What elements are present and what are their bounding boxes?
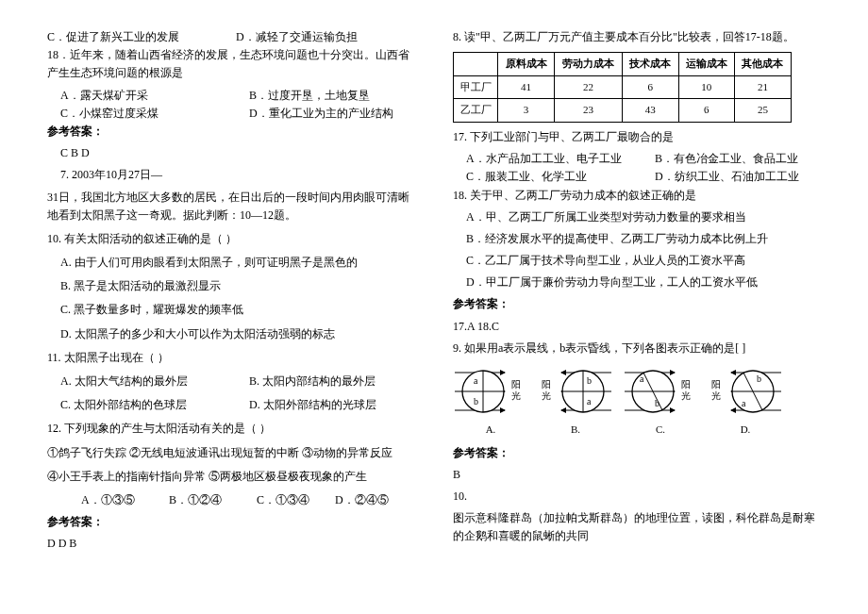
q18-d: D．重化工业为主的产业结构 <box>249 105 393 123</box>
th-tech: 技术成本 <box>622 53 678 76</box>
q9: 9. 如果用a表示晨线，b表示昏线，下列各图表示正确的是[ ] <box>453 340 821 357</box>
q18r-c: C．乙工厂属于技术导向型工业，从业人员的工资水平高 <box>453 252 821 270</box>
cell: 甲工厂 <box>454 75 498 99</box>
th-labor: 劳动力成本 <box>554 53 622 76</box>
circle-diagram-icon: b a 阳 光 <box>708 363 783 422</box>
circle-diagram-icon: b a 阳 光 <box>538 363 613 422</box>
q10-a: A. 由于人们可用肉眼看到太阳黑子，则可证明黑子是黑色的 <box>47 254 415 272</box>
table-row: 甲工厂 41 22 6 10 21 <box>454 75 792 99</box>
q17: 17. 下列工业部门与甲、乙两工厂最吻合的是 <box>453 128 821 146</box>
q12-choices: A．①③⑤ B．①②④ C．①③④ D．②④⑤ <box>47 491 415 509</box>
circle-diagram-icon: a b 阳 光 <box>623 363 698 422</box>
svg-text:a: a <box>640 373 644 384</box>
cell: 乙工厂 <box>454 99 498 123</box>
q18-b: B．过度开垦，土地复垦 <box>249 87 370 105</box>
svg-text:b: b <box>655 398 659 408</box>
svg-text:阳: 阳 <box>511 379 521 390</box>
cell: 25 <box>735 99 792 123</box>
svg-text:a: a <box>587 396 592 407</box>
diag-label-d: D. <box>708 422 783 439</box>
q17-d: D．纺织工业、石油加工工业 <box>655 168 799 186</box>
svg-text:a: a <box>474 375 478 386</box>
cell: 23 <box>554 99 622 123</box>
q11-d: D. 太阳外部结构的光球层 <box>249 396 376 414</box>
q17-c: C．服装工业、化学工业 <box>466 168 655 186</box>
q18-c: C．小煤窑过度采煤 <box>60 105 249 123</box>
ans-9: B <box>453 466 821 484</box>
cell: 6 <box>622 75 678 99</box>
svg-text:b: b <box>757 373 761 384</box>
answer-cbd: C B D <box>47 144 415 162</box>
answer-label-r2: 参考答案： <box>453 444 821 462</box>
q18-row2: C．小煤窑过度采煤 D．重化工业为主的产业结构 <box>47 105 415 123</box>
diagram-row: a b 阳 光 A. b a 阳 光 B. <box>453 363 821 439</box>
q10r: 10. <box>453 488 821 506</box>
cell: 21 <box>735 75 792 99</box>
th-blank <box>454 53 498 76</box>
q17-row1: A．水产品加工工业、电子工业 B．有色冶金工业、食品工业 <box>453 150 821 168</box>
q17-row2: C．服装工业、化学工业 D．纺织工业、石油加工工业 <box>453 168 821 186</box>
q10: 10. 有关太阳活动的叙述正确的是（ ） <box>47 230 415 248</box>
svg-text:光: 光 <box>681 390 691 401</box>
svg-text:光: 光 <box>511 390 521 401</box>
q18r-a: A．甲、乙两工厂所属工业类型对劳动力数量的要求相当 <box>453 208 821 226</box>
q7-head: 7. 2003年10月27日— <box>47 166 415 184</box>
q18-a: A．露天煤矿开采 <box>60 87 249 105</box>
table-row: 乙工厂 3 23 43 6 25 <box>454 99 792 123</box>
q10-b: B. 黑子是太阳活动的最激烈显示 <box>47 277 415 295</box>
q11-row1: A. 太阳大气结构的最外层 B. 太阳内部结构的最外层 <box>47 373 415 390</box>
q11: 11. 太阳黑子出现在（ ） <box>47 349 415 367</box>
svg-text:b: b <box>474 396 478 407</box>
q12: 12. 下列现象的产生与太阳活动有关的是（ ） <box>47 420 415 438</box>
circle-diagram-icon: a b 阳 光 <box>453 363 528 422</box>
diag-a: a b 阳 光 A. <box>453 363 528 439</box>
q12-c: C．①③④ <box>257 491 332 509</box>
th-other: 其他成本 <box>735 53 792 76</box>
q12-a: A．①③⑤ <box>81 491 166 509</box>
cell: 10 <box>678 75 735 99</box>
q10-c: C. 黑子数量多时，耀斑爆发的频率低 <box>47 301 415 319</box>
q10-d: D. 太阳黑子的多少和大小可以作为太阳活动强弱的标志 <box>47 325 415 343</box>
q18r: 18. 关于甲、乙两工厂劳动力成本的叙述正确的是 <box>453 187 821 205</box>
q18r-d: D．甲工厂属于廉价劳动力导向型工业，工人的工资水平低 <box>453 274 821 291</box>
q8: 8. 读"甲、乙两工厂万元产值主要成本百分比"比较表，回答17-18题。 <box>453 28 821 46</box>
diag-d: b a 阳 光 D. <box>708 363 783 439</box>
q12-opts2: ④小王手表上的指南针指向异常 ⑤两极地区极昼极夜现象的产生 <box>47 468 415 486</box>
ans-17-18: 17.A 18.C <box>453 318 821 336</box>
q11-c: C. 太阳外部结构的色球层 <box>60 396 249 414</box>
opt-d: D．减轻了交通运输负担 <box>236 28 358 46</box>
diag-label-a: A. <box>453 422 528 439</box>
table-header-row: 原料成本 劳动力成本 技术成本 运输成本 其他成本 <box>454 53 792 76</box>
q12-opts1: ①鸽子飞行失踪 ②无线电短波通讯出现短暂的中断 ③动物的异常反应 <box>47 444 415 462</box>
q18: 18．近年来，随着山西省经济的发展，生态环境问题也十分突出。山西省产生生态环境问… <box>47 46 415 82</box>
svg-text:阳: 阳 <box>542 379 551 390</box>
cell: 41 <box>498 75 555 99</box>
answer-label-2: 参考答案： <box>47 513 415 531</box>
q12-d: D．②④⑤ <box>335 491 389 509</box>
q17-b: B．有色冶金工业、食品工业 <box>655 150 798 168</box>
options-row: C．促进了新兴工业的发展 D．减轻了交通运输负担 <box>47 28 415 46</box>
q7-body: 31日，我国北方地区大多数的居民，在日出后的一段时间内用肉眼可清晰地看到太阳黑子… <box>47 189 415 224</box>
q17-a: A．水产品加工工业、电子工业 <box>466 150 655 168</box>
svg-text:光: 光 <box>711 390 721 401</box>
opt-c: C．促进了新兴工业的发展 <box>47 28 236 46</box>
q11-row2: C. 太阳外部结构的色球层 D. 太阳外部结构的光球层 <box>47 396 415 414</box>
q11-a: A. 太阳大气结构的最外层 <box>60 373 249 390</box>
q11-b: B. 太阳内部结构的最外层 <box>249 373 376 390</box>
svg-text:阳: 阳 <box>711 379 721 390</box>
answer-label: 参考答案： <box>47 123 415 141</box>
q12-b: B．①②④ <box>169 491 254 509</box>
cell: 22 <box>554 75 622 99</box>
cell: 3 <box>498 99 555 123</box>
th-raw: 原料成本 <box>498 53 555 76</box>
diag-c: a b 阳 光 C. <box>623 363 698 439</box>
svg-text:a: a <box>742 398 746 408</box>
answer-ddb: D D B <box>47 535 415 553</box>
diag-label-c: C. <box>623 422 698 439</box>
cost-table: 原料成本 劳动力成本 技术成本 运输成本 其他成本 甲工厂 41 22 6 10… <box>453 52 792 123</box>
q18r-b: B．经济发展水平的提高使甲、乙两工厂劳动力成本比例上升 <box>453 230 821 248</box>
cell: 43 <box>622 99 678 123</box>
q10r-text: 图示意科隆群岛（加拉帕戈斯群岛）的地理位置，读图，科伦群岛是耐寒的企鹅和喜暖的鼠… <box>453 509 821 545</box>
q18-row1: A．露天煤矿开采 B．过度开垦，土地复垦 <box>47 87 415 105</box>
diag-b: b a 阳 光 B. <box>538 363 613 439</box>
